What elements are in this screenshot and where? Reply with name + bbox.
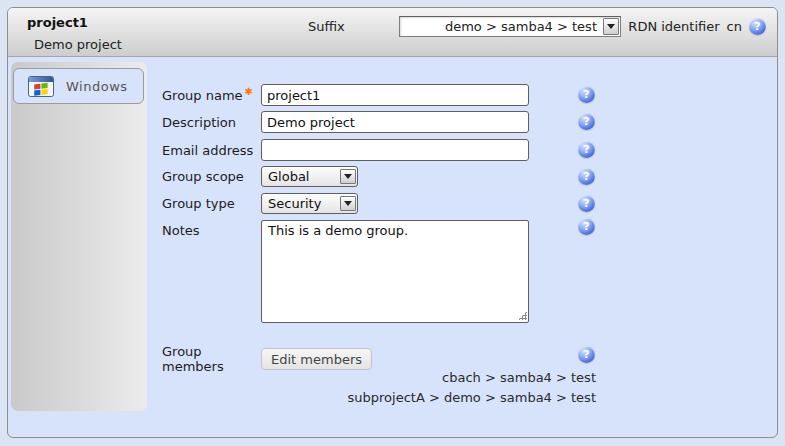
group-members-list: cbach > samba4 > test subprojectA > demo… [162,368,596,408]
suffix-select[interactable]: demo > samba4 > test [399,16,621,37]
rdn-area: RDN identifier cn ? [628,18,766,35]
group-type-selected-value: Security [262,196,339,211]
description-row: Description [162,111,529,133]
dropdown-arrow-icon[interactable] [340,196,356,211]
dropdown-arrow-icon[interactable] [340,169,356,184]
required-marker: ✱ [245,86,253,97]
email-input[interactable] [261,139,529,161]
group-type-select[interactable]: Security [261,193,358,214]
windows-logo-icon [28,76,54,97]
group-name-input[interactable] [261,84,529,106]
group-edit-page: { "header": { "title": "project1", "subt… [0,0,785,446]
help-icon[interactable]: ? [578,113,595,130]
group-name-label: Group name✱ [162,88,261,103]
group-scope-select[interactable]: Global [261,166,358,187]
help-icon[interactable]: ? [749,18,766,35]
help-icon[interactable]: ? [578,346,595,363]
help-icon[interactable]: ? [578,141,595,158]
member-entry: cbach > samba4 > test [162,368,596,388]
edit-dialog-panel: project1 Demo project Suffix demo > samb… [7,7,778,438]
suffix-selected-value: demo > samba4 > test [400,19,602,34]
page-title: project1 [27,15,88,30]
dropdown-arrow-icon[interactable] [603,18,619,35]
suffix-label: Suffix [308,19,345,34]
edit-members-button[interactable]: Edit members [261,348,372,370]
tab-sidebar: Windows [11,62,147,411]
group-scope-label: Group scope [162,169,261,184]
page-subtitle: Demo project [34,37,122,52]
notes-row: Notes This is a demo group. [162,220,529,323]
help-icon[interactable]: ? [578,168,595,185]
tab-windows-label: Windows [66,79,128,94]
rdn-identifier-label: RDN identifier [628,19,719,34]
group-type-label: Group type [162,196,261,211]
notes-textarea[interactable]: This is a demo group. [261,220,529,323]
group-name-row: Group name✱ [162,84,529,106]
notes-label: Notes [162,220,261,238]
help-icon[interactable]: ? [578,195,595,212]
rdn-identifier-value: cn [727,19,742,34]
email-label: Email address [162,143,261,158]
description-input[interactable] [261,111,529,133]
group-type-row: Group type Security [162,193,358,214]
email-row: Email address [162,139,529,161]
group-scope-row: Group scope Global [162,166,358,187]
help-icon[interactable]: ? [578,218,595,235]
description-label: Description [162,115,261,130]
notes-textarea-wrap: This is a demo group. [261,220,529,323]
tab-windows[interactable]: Windows [13,68,144,104]
help-icon[interactable]: ? [578,86,595,103]
member-entry: subprojectA > demo > samba4 > test [162,388,596,408]
dialog-header: project1 Demo project Suffix demo > samb… [8,8,777,57]
group-scope-selected-value: Global [262,169,339,184]
